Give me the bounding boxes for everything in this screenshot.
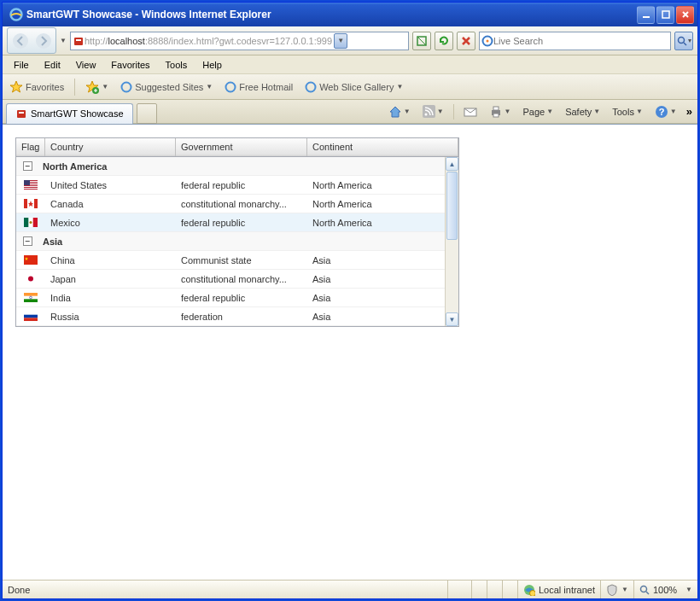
- status-text: Done: [3, 585, 447, 595]
- group-header[interactable]: −North America: [16, 157, 458, 176]
- back-button[interactable]: [9, 29, 32, 52]
- svg-point-51: [640, 586, 646, 592]
- ie-icon: [9, 8, 23, 21]
- page-menu[interactable]: Page▼: [521, 105, 557, 119]
- read-mail-button[interactable]: [461, 104, 480, 120]
- url-text-prefix: http://: [85, 36, 108, 46]
- table-row[interactable]: United Statesfederal republicNorth Ameri…: [16, 176, 458, 195]
- cell-government: federal republic: [176, 178, 307, 193]
- ie-small-icon: [305, 81, 317, 93]
- menu-edit[interactable]: Edit: [37, 57, 68, 73]
- address-bar[interactable]: http:// localhost :8888/index.html?gwt.c…: [70, 32, 409, 50]
- help-button[interactable]: ?▼: [652, 103, 680, 120]
- cell-flag: [16, 309, 45, 324]
- menu-file[interactable]: File: [6, 57, 37, 73]
- table-row[interactable]: Indiafederal republicAsia: [16, 289, 458, 307]
- cell-flag: [16, 178, 45, 192]
- menu-view[interactable]: View: [68, 57, 104, 73]
- home-button[interactable]: ▼: [386, 103, 413, 120]
- zoom-control[interactable]: 100% ▼: [633, 581, 697, 598]
- suggested-sites-button[interactable]: Suggested Sites ▼: [117, 79, 216, 95]
- shield-icon: [606, 584, 618, 596]
- table-row[interactable]: Japanconstitutional monarchy...Asia: [16, 270, 458, 289]
- cell-government: federation: [176, 309, 307, 324]
- chevron-down-icon: ▼: [396, 83, 403, 90]
- cell-flag: [16, 215, 45, 230]
- status-seg: [471, 581, 487, 598]
- titlebar: SmartGWT Showcase - Windows Internet Exp…: [3, 3, 697, 26]
- favorites-button[interactable]: Favorites: [6, 79, 67, 96]
- chevron-down-icon: ▼: [621, 586, 628, 593]
- cell-government: federal republic: [176, 290, 307, 306]
- scroll-down-button[interactable]: ▼: [446, 312, 458, 326]
- header-flag[interactable]: Flag: [16, 138, 45, 156]
- header-continent[interactable]: Continent: [307, 138, 458, 156]
- table-row[interactable]: RussiafederationAsia: [16, 307, 458, 326]
- collapse-icon[interactable]: −: [23, 161, 32, 171]
- safety-menu[interactable]: Safety▼: [563, 105, 603, 119]
- search-go-button[interactable]: ▾: [674, 32, 693, 50]
- nav-toolbar: ▼ http:// localhost :8888/index.html?gwt…: [3, 26, 697, 55]
- close-button[interactable]: [676, 6, 694, 24]
- maximize-button[interactable]: [656, 6, 674, 24]
- print-button[interactable]: ▼: [487, 103, 514, 120]
- svg-rect-15: [17, 110, 26, 118]
- menu-favorites[interactable]: Favorites: [103, 57, 157, 73]
- nav-history-dropdown[interactable]: ▼: [60, 37, 67, 44]
- chevron-down-icon: ▼: [685, 586, 692, 593]
- toolbar-overflow-button[interactable]: »: [686, 105, 692, 118]
- new-tab-button[interactable]: [137, 103, 157, 124]
- grid-scrollbar[interactable]: ▲ ▼: [445, 157, 458, 326]
- refresh-button[interactable]: [435, 32, 453, 50]
- svg-rect-21: [493, 107, 499, 110]
- cell-continent: North America: [307, 196, 458, 212]
- svg-text:?: ?: [658, 107, 664, 117]
- free-hotmail-button[interactable]: Free Hotmail: [221, 79, 296, 95]
- svg-rect-36: [24, 218, 28, 227]
- cell-country: United States: [45, 178, 176, 193]
- protected-mode[interactable]: ▼: [600, 581, 633, 598]
- add-favorite-button[interactable]: ▼: [82, 79, 112, 96]
- status-zone[interactable]: Local intranet: [517, 581, 600, 598]
- search-input[interactable]: [493, 36, 668, 46]
- status-seg: [502, 581, 517, 598]
- svg-point-3: [13, 33, 28, 49]
- compat-view-button[interactable]: [412, 32, 431, 50]
- header-country[interactable]: Country: [45, 138, 176, 156]
- minimize-button[interactable]: [637, 6, 655, 24]
- feeds-button[interactable]: ▼: [420, 103, 446, 120]
- cell-continent: North America: [307, 215, 458, 230]
- menu-tools[interactable]: Tools: [158, 57, 195, 73]
- flag-ru-icon: [24, 312, 38, 321]
- flag-in-icon: [24, 293, 38, 302]
- tab-label: SmartGWT Showcase: [31, 108, 124, 119]
- table-row[interactable]: ChinaCommunist stateAsia: [16, 251, 458, 270]
- table-row[interactable]: Canadaconstitutional monarchy...North Am…: [16, 195, 458, 213]
- tab-bar: SmartGWT Showcase ▼ ▼ ▼ Page▼ Safety▼ To…: [3, 100, 697, 124]
- table-row[interactable]: Mexicofederal republicNorth America: [16, 213, 458, 232]
- header-government[interactable]: Government: [176, 138, 307, 156]
- cell-country: Mexico: [45, 215, 176, 230]
- forward-button[interactable]: [32, 29, 55, 52]
- stop-button[interactable]: [457, 32, 475, 50]
- svg-rect-47: [24, 315, 38, 318]
- svg-rect-33: [24, 199, 27, 208]
- cell-continent: Asia: [307, 309, 458, 324]
- url-text-rest: :8888/index.html?gwt.codesvr=127.0.0.1:9…: [145, 36, 332, 46]
- scroll-thumb[interactable]: [446, 172, 458, 240]
- tab-smartgwt[interactable]: SmartGWT Showcase: [6, 103, 133, 124]
- grid-header: Flag Country Government Continent: [16, 138, 458, 157]
- cell-country: Canada: [45, 196, 176, 212]
- search-box[interactable]: [479, 32, 671, 50]
- address-dropdown-button[interactable]: ▼: [334, 33, 347, 49]
- menu-help[interactable]: Help: [195, 57, 230, 73]
- svg-point-41: [28, 277, 33, 282]
- group-header[interactable]: −Asia: [16, 232, 458, 251]
- svg-rect-44: [24, 299, 38, 302]
- tools-menu[interactable]: Tools▼: [610, 105, 645, 119]
- collapse-icon[interactable]: −: [23, 236, 32, 246]
- web-slice-button[interactable]: Web Slice Gallery ▼: [301, 79, 406, 95]
- cell-flag: [16, 271, 45, 286]
- scroll-up-button[interactable]: ▲: [446, 157, 458, 171]
- cell-flag: [16, 196, 45, 211]
